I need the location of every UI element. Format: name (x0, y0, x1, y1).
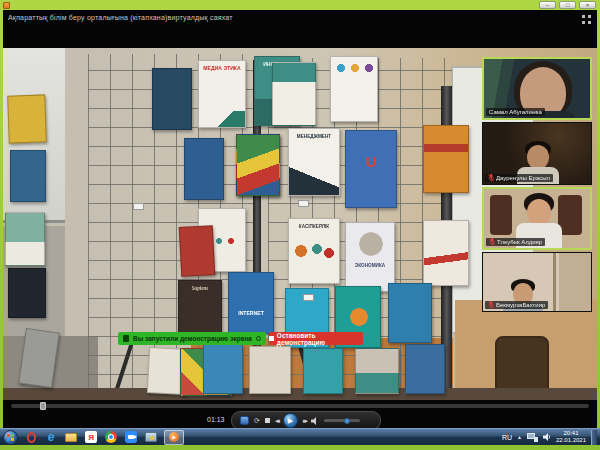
banner-settings-icon[interactable] (256, 336, 261, 341)
book-cover (203, 344, 243, 394)
book-cover (423, 220, 469, 286)
participant-name: Самал Абугалиева (489, 108, 542, 116)
participant-tile[interactable]: БекмурзаБахтияр (482, 252, 592, 312)
seek-bar[interactable] (11, 404, 589, 408)
shelf-label (133, 203, 144, 210)
fullscreen-icon[interactable] (582, 15, 591, 24)
zoom-icon (125, 431, 137, 443)
participant-name: БекмурзаБахтияр (496, 301, 545, 309)
shelf-label (298, 200, 309, 207)
taskbar-item-zoom[interactable] (124, 430, 138, 444)
participant-name-tag: Дауренулы Ерасыл (485, 174, 553, 182)
restore-button[interactable]: □ (559, 1, 576, 9)
book-cover (152, 68, 192, 130)
participant-tile[interactable]: Самал Абугалиева (482, 57, 592, 120)
book-cover: INTERNET (228, 272, 274, 334)
participant-name-tag: Самал Абугалиева (486, 108, 545, 116)
screen-capture-icon (145, 432, 157, 442)
book-cover (330, 56, 378, 122)
system-tray: RU ▲ 20:41 22.01.2021 (502, 430, 597, 445)
taskbar-item-screen-capture[interactable] (144, 430, 158, 444)
participant-name-tag: БекмурзаБахтияр (485, 301, 548, 309)
book-cover: МЕНЕДЖМЕНТ (288, 128, 340, 196)
rewind-button[interactable]: ◂◂ (275, 417, 278, 424)
participant-tile[interactable]: Дауренулы Ерасыл (482, 122, 592, 185)
volume-slider[interactable] (324, 419, 360, 422)
book-cover (272, 62, 316, 126)
video-title-overlay: Ақпараттық білім беру орталығына (кітапх… (8, 14, 233, 21)
book-cover (405, 344, 445, 394)
book-cover (7, 94, 47, 143)
book-cover: U (345, 130, 397, 208)
tray-time: 20:41 (556, 430, 586, 437)
book-cover (8, 268, 46, 318)
repeat-button[interactable]: ⟳ (254, 417, 260, 424)
stop-share-button[interactable]: Остановить демонстрацию (269, 332, 363, 345)
opera-icon (27, 432, 36, 443)
book-cover (355, 348, 399, 394)
taskbar-item-opera[interactable] (24, 430, 38, 444)
volume-icon[interactable] (311, 417, 319, 425)
book-cover (184, 138, 224, 200)
book-cover (10, 150, 46, 202)
participant-name: Дауренулы Ерасыл (496, 174, 550, 182)
show-desktop-button[interactable] (591, 430, 597, 445)
folder-icon (65, 433, 77, 442)
participant-name: Тлеубек Алдияр (497, 238, 542, 246)
book-cover: МЕДИА ЭТИКА (198, 60, 246, 128)
desktop-screen: – □ × Ақпараттық білім беру орталығына (… (0, 0, 600, 450)
ie-icon: e (48, 430, 55, 444)
taskbar-item-chrome[interactable] (104, 430, 118, 444)
book-cover (423, 125, 469, 193)
close-button[interactable]: × (579, 1, 596, 9)
stop-share-label: Остановить демонстрацию (277, 332, 363, 346)
windows-flag-icon (7, 433, 14, 441)
taskbar-item-explorer[interactable] (64, 430, 78, 444)
participant-tile[interactable]: Тлеубек Алдияр (482, 187, 592, 250)
taskbar-item-yandex[interactable]: Я (84, 430, 98, 444)
fast-forward-button[interactable]: ▸▸ (303, 417, 306, 424)
meeting-video: МЕДИА ЭТИКА ИНСТИНКТ Sapiens (3, 48, 597, 400)
book-cover (388, 283, 432, 343)
media-player-icon: ▶ (169, 432, 179, 442)
taskbar-item-internet-explorer[interactable]: e (44, 430, 58, 444)
elapsed-time: 01:13 (207, 416, 225, 423)
muted-mic-icon (489, 238, 495, 246)
taskbar-clock[interactable]: 20:41 22.01.2021 (556, 430, 586, 444)
taskbar-item-media-player-active[interactable]: ▶ (164, 430, 184, 445)
screen-share-banner: Вы запустили демонстрацию экрана (118, 332, 266, 345)
book-cover (303, 348, 343, 394)
language-indicator[interactable]: RU (502, 434, 512, 441)
player-window-titlebar[interactable]: – □ × (0, 0, 600, 10)
stop-button[interactable] (265, 418, 270, 423)
share-id-icon (123, 335, 129, 342)
share-banner-message: Вы запустили демонстрацию экрана (133, 335, 252, 342)
seek-handle[interactable] (40, 402, 46, 410)
shelf-label (303, 294, 314, 301)
network-icon[interactable] (527, 433, 538, 442)
muted-mic-icon (488, 301, 494, 309)
yandex-icon: Я (85, 431, 97, 443)
video-player-area[interactable]: Ақпараттық білім беру орталығына (кітапх… (3, 10, 597, 445)
hidden-icons-arrow[interactable]: ▲ (517, 434, 522, 440)
floor (3, 388, 597, 400)
volume-handle[interactable] (344, 418, 350, 424)
playlist-mode-icon[interactable] (240, 416, 249, 425)
start-button[interactable] (3, 430, 18, 445)
tray-volume-icon[interactable] (543, 433, 551, 441)
chrome-icon (105, 431, 117, 443)
tray-date: 22.01.2021 (556, 437, 586, 444)
player-app-icon (3, 2, 10, 9)
minimize-button[interactable]: – (539, 1, 556, 9)
taskbar: e Я ▶ RU ▲ 20:41 22.01.2021 (0, 428, 600, 445)
participant-name-tag: Тлеубек Алдияр (486, 238, 545, 246)
book-cover (249, 346, 291, 394)
stop-share-icon (269, 336, 274, 341)
book-cover (179, 225, 216, 277)
book-cover: КАСІПКЕРЛІК (288, 218, 340, 284)
chair (495, 336, 549, 396)
muted-mic-icon (488, 174, 494, 182)
play-button[interactable]: ▶ (283, 413, 298, 428)
book-cover: ЭКОНОМИКА (345, 222, 395, 292)
book-cover: Sapiens (178, 280, 222, 338)
